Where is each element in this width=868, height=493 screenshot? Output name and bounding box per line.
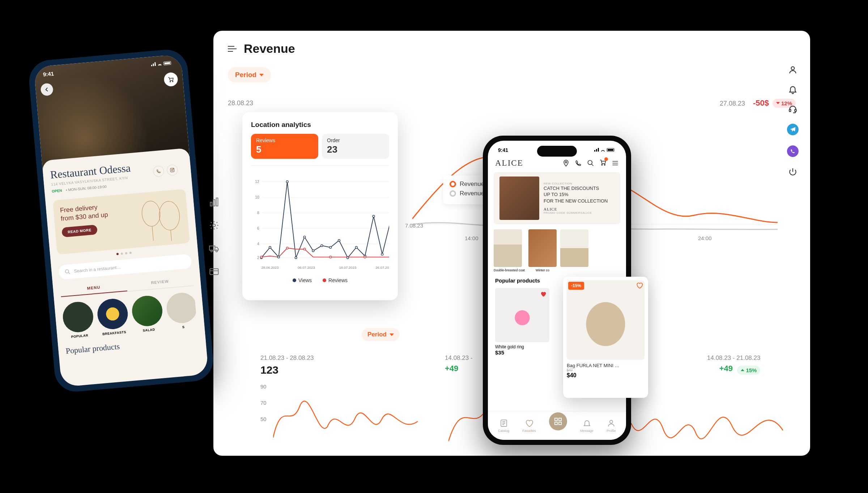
svg-point-35 [347, 257, 349, 259]
svg-rect-58 [170, 168, 174, 172]
signal-wifi-battery-icons [594, 147, 616, 153]
svg-text:28.06.2023: 28.06.2023 [261, 265, 279, 269]
qr-scan-button[interactable] [549, 412, 567, 430]
svg-rect-65 [596, 149, 597, 152]
pin-icon[interactable] [562, 160, 570, 167]
menu-toggle-icon[interactable] [228, 46, 237, 52]
hero-image [499, 177, 539, 220]
svg-point-60 [173, 169, 174, 169]
y-tick-50: 50 [260, 416, 267, 422]
product-name: Bag FURLA NET MINI … [567, 363, 644, 368]
tab-review[interactable]: REVIEW [126, 273, 193, 291]
svg-point-57 [172, 81, 173, 82]
category-more[interactable]: S [165, 292, 197, 330]
cart-icon[interactable] [599, 159, 607, 166]
reviews-line [261, 248, 389, 257]
category-breakfasts[interactable]: BREAKFASTS [96, 298, 129, 336]
tab-catalog[interactable]: Catalog [498, 419, 509, 433]
svg-point-62 [158, 200, 181, 231]
right-action-rail [787, 65, 799, 177]
analytics-tab-reviews[interactable]: Reviews 5 [251, 134, 318, 159]
stat-delta-badge: 15% [737, 366, 760, 375]
read-more-button[interactable]: READ MORE [61, 225, 98, 237]
analytics-icon[interactable] [209, 197, 219, 207]
svg-text:12: 12 [255, 179, 259, 184]
stat-block-2: 14.08.23 - +49 [445, 354, 473, 373]
dynamic-island [537, 146, 577, 157]
tab-message[interactable]: Message [580, 419, 593, 433]
svg-text:2: 2 [257, 255, 259, 260]
svg-rect-76 [555, 422, 557, 425]
svg-point-72 [604, 164, 605, 165]
y-tick-90: 90 [260, 383, 267, 390]
tab-menu[interactable]: MENU [60, 279, 127, 297]
chevron-down-icon [259, 74, 264, 76]
svg-point-34 [338, 239, 340, 242]
promo-hero[interactable]: NEW COLLECTION CATCH THE DISCOUNTS UP TO… [494, 172, 620, 224]
product-card-bag[interactable]: -15% Bag FURLA NET MINI … $47 $40 [563, 277, 648, 398]
tab-profile[interactable]: Profile [607, 419, 616, 433]
svg-point-6 [211, 250, 213, 252]
period-filter-button[interactable]: Period [228, 67, 271, 82]
svg-point-31 [312, 250, 314, 252]
svg-rect-53 [154, 62, 156, 66]
svg-point-33 [329, 246, 332, 248]
page-title: Revenue [244, 42, 295, 56]
mini-chart-1 [273, 383, 425, 459]
svg-point-7 [216, 250, 218, 252]
category-popular[interactable]: POPULAR [61, 301, 95, 339]
brand-logo[interactable]: ALICE [495, 158, 523, 168]
headset-icon[interactable] [788, 104, 797, 114]
phone-icon[interactable] [575, 160, 582, 167]
telegram-icon[interactable] [787, 124, 799, 135]
user-icon[interactable] [788, 65, 797, 75]
svg-point-59 [171, 169, 173, 171]
chevron-down-icon [390, 333, 394, 336]
svg-point-44 [329, 256, 332, 258]
phone-icon[interactable] [153, 165, 165, 177]
analytics-chart: 12 10 8 6 4 2 [251, 165, 389, 274]
category-salad[interactable]: SALAD [131, 294, 164, 333]
dot-3[interactable] [125, 252, 128, 255]
truck-icon[interactable] [209, 243, 219, 254]
location-analytics-card: Location analytics Reviews 5 Order 23 12… [242, 112, 398, 300]
svg-point-78 [610, 420, 613, 423]
svg-point-69 [565, 161, 567, 163]
svg-point-70 [588, 161, 592, 165]
popular-products-heading: Popular products [65, 335, 199, 356]
mini-chart-3 [631, 383, 783, 459]
svg-text:10: 10 [255, 195, 259, 199]
x-tick-24: 24:00 [698, 235, 712, 241]
dot-4[interactable] [129, 252, 132, 254]
svg-point-61 [141, 200, 161, 227]
category-coat-1[interactable]: Double-breasted coat [494, 229, 525, 272]
gear-icon[interactable] [209, 220, 219, 230]
category-coat-2[interactable]: Winter co [528, 229, 557, 272]
tab-favorites[interactable]: Favorites [523, 419, 536, 433]
period-filter-button-2[interactable]: Period [362, 328, 400, 341]
search-icon[interactable] [587, 160, 594, 167]
dot-2[interactable] [121, 252, 123, 255]
category-boots[interactable] [560, 229, 588, 272]
search-icon [64, 269, 71, 275]
svg-point-71 [601, 164, 603, 165]
signal-wifi-battery-icons [151, 60, 173, 68]
promo-banner[interactable]: Free deliveryfrom $30 and up READ MORE [52, 189, 190, 255]
analytics-title: Location analytics [251, 121, 389, 129]
viber-icon[interactable] [787, 145, 799, 157]
product-image [567, 280, 644, 360]
dot-1[interactable] [116, 253, 119, 255]
instagram-icon[interactable] [166, 164, 178, 176]
menu-icon[interactable] [612, 160, 619, 167]
bell-icon[interactable] [788, 85, 797, 94]
favorite-icon[interactable] [636, 282, 643, 290]
favorite-icon[interactable] [540, 291, 546, 299]
card-icon[interactable] [209, 267, 219, 277]
svg-rect-11 [789, 109, 791, 112]
reviews-dot-icon [323, 279, 326, 282]
svg-point-27 [278, 256, 280, 258]
power-icon[interactable] [788, 167, 797, 177]
svg-text:06.07.2023: 06.07.2023 [298, 265, 315, 269]
analytics-tab-order[interactable]: Order 23 [322, 134, 389, 159]
svg-rect-51 [151, 65, 152, 66]
